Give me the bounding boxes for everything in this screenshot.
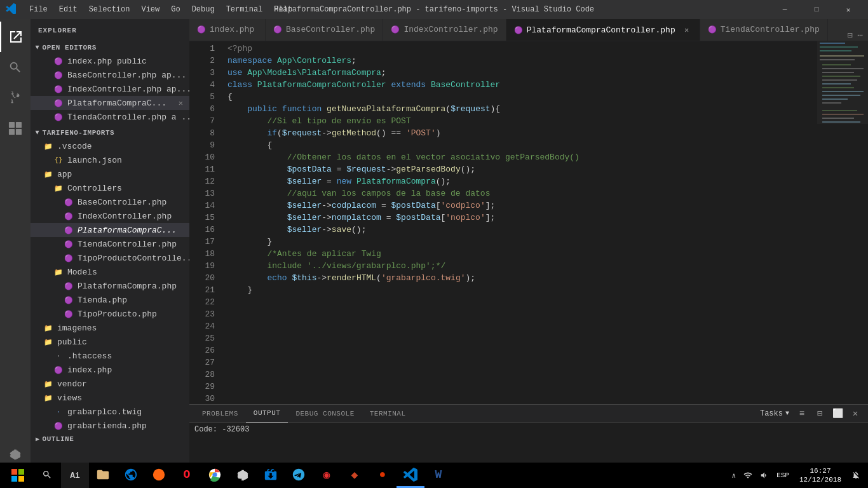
project-section[interactable]: ▶ TARIFENO-IMPORTS bbox=[31, 126, 189, 139]
activity-git[interactable] bbox=[0, 83, 31, 113]
open-editor-item[interactable]: 🟣TiendaController.php a ... bbox=[31, 110, 189, 124]
open-editor-item[interactable]: 🟣IndexController.php ap... bbox=[31, 82, 189, 96]
taskbar-app-word[interactable]: W bbox=[424, 463, 452, 488]
taskbar-app-fileexplorer[interactable] bbox=[89, 463, 117, 488]
tree-item-folder[interactable]: 📁views bbox=[31, 391, 189, 405]
panel-maximize[interactable]: ⬜ bbox=[830, 406, 845, 421]
json-icon: {} bbox=[53, 155, 64, 165]
tree-item-php[interactable]: 🟣grabartienda.php bbox=[31, 419, 189, 433]
tab-index[interactable]: 🟣 index.php bbox=[189, 19, 266, 41]
close-button[interactable]: ✕ bbox=[834, 0, 863, 19]
tree-item-php[interactable]: 🟣TipoProductoControlle... bbox=[31, 251, 189, 265]
panel-tab-terminal[interactable]: TERMINAL bbox=[362, 405, 414, 423]
tree-item-folder[interactable]: 📁public bbox=[31, 335, 189, 349]
tree-item-php[interactable]: 🟣PlataformaCompra.php bbox=[31, 279, 189, 293]
menu-selection[interactable]: Selection bbox=[84, 3, 135, 17]
tasks-selector[interactable]: Tasks ▼ bbox=[760, 409, 789, 418]
tree-item-php[interactable]: 🟣index.php bbox=[31, 363, 189, 377]
tree-item-folder[interactable]: 📁Models bbox=[31, 265, 189, 279]
activity-search[interactable] bbox=[0, 52, 31, 83]
taskbar: O ◉ ◆ ● W ∧ ESP 16:27 12/12/2018 Ai bbox=[0, 463, 868, 488]
tree-item-php[interactable]: 🟣PlataformaCompraC... bbox=[31, 223, 189, 237]
tree-item-folder[interactable]: 📁app bbox=[31, 167, 189, 181]
tray-network[interactable] bbox=[741, 463, 755, 488]
panel-tab-problems[interactable]: PROBLEMS bbox=[194, 405, 246, 423]
php-icon: 🟣 bbox=[708, 25, 717, 34]
tray-arrow[interactable]: ∧ bbox=[729, 463, 739, 488]
close-file-icon[interactable]: ✕ bbox=[177, 98, 184, 108]
tree-item-file[interactable]: ·.htaccess bbox=[31, 349, 189, 363]
tree-item-label: Controllers bbox=[67, 184, 122, 193]
menu-edit[interactable]: Edit bbox=[54, 3, 83, 17]
minimize-button[interactable]: ─ bbox=[770, 0, 799, 19]
tray-notification[interactable] bbox=[849, 463, 863, 488]
tree-item-php[interactable]: 🟣Tienda.php bbox=[31, 293, 189, 307]
svg-rect-0 bbox=[9, 122, 15, 128]
tree-item-php[interactable]: 🟣IndexController.php bbox=[31, 209, 189, 223]
open-editor-item[interactable]: 🟣PlataformaCompraC...✕ bbox=[31, 96, 189, 110]
open-editors-section[interactable]: ▶ Open Editors bbox=[31, 41, 189, 54]
maximize-button[interactable]: □ bbox=[802, 0, 831, 19]
tab-tienda[interactable]: 🟣 TiendaController.php bbox=[700, 19, 828, 41]
taskbar-search[interactable] bbox=[33, 463, 61, 488]
tray-language[interactable]: ESP bbox=[774, 463, 792, 488]
taskbar-app-red3[interactable]: ● bbox=[369, 463, 397, 488]
php-icon: 🟣 bbox=[391, 25, 400, 34]
menu-debug[interactable]: Debug bbox=[187, 3, 220, 17]
panel-close[interactable]: ✕ bbox=[848, 406, 863, 421]
activity-extensions[interactable] bbox=[0, 113, 31, 144]
menu-terminal[interactable]: Terminal bbox=[221, 3, 268, 17]
tray-volume[interactable] bbox=[757, 463, 771, 488]
panel-split[interactable]: ⊟ bbox=[812, 406, 827, 421]
taskbar-app-red1[interactable]: ◉ bbox=[313, 463, 341, 488]
panel-list-view[interactable]: ≡ bbox=[794, 406, 810, 421]
taskbar-app-chrome[interactable] bbox=[201, 463, 229, 488]
taskbar-app-vscode[interactable] bbox=[397, 463, 424, 488]
taskbar-app-telegram[interactable] bbox=[285, 463, 313, 488]
taskbar-app-opera[interactable]: O bbox=[173, 463, 201, 488]
tab-label-indexcontroller: IndexController.php bbox=[403, 25, 498, 34]
tab-indexcontroller[interactable]: 🟣 IndexController.php bbox=[383, 19, 506, 41]
tree-item-json[interactable]: {}launch.json bbox=[31, 153, 189, 167]
taskbar-app-store[interactable] bbox=[257, 463, 285, 488]
taskbar-app-edge[interactable] bbox=[117, 463, 145, 488]
titlebar-controls: ─ □ ✕ bbox=[770, 0, 863, 19]
folder-icon: 📁 bbox=[53, 267, 64, 277]
tab-close-button[interactable]: ✕ bbox=[682, 25, 692, 35]
tree-item-folder[interactable]: 📁vendor bbox=[31, 377, 189, 391]
system-clock[interactable]: 16:27 12/12/2018 bbox=[794, 466, 846, 485]
php-icon: 🟣 bbox=[64, 225, 74, 235]
activity-explorer[interactable] bbox=[0, 22, 31, 52]
outline-section[interactable]: ▶OUTLINE bbox=[31, 433, 189, 445]
editor-content[interactable]: 1234567891011121314151617181920212223242… bbox=[189, 41, 817, 404]
tree-item-folder[interactable]: 📁Controllers bbox=[31, 181, 189, 195]
menu-file[interactable]: File bbox=[24, 3, 53, 17]
menu-view[interactable]: View bbox=[136, 3, 165, 17]
tree-item-php[interactable]: 🟣TipoProducto.php bbox=[31, 307, 189, 321]
panel-tab-output[interactable]: OUTPUT bbox=[246, 405, 288, 423]
tree-item-php[interactable]: 🟣TiendaController.php bbox=[31, 237, 189, 251]
open-editor-item[interactable]: 🟣index.php public bbox=[31, 54, 189, 68]
tabbar: 🟣 index.php 🟣 BaseController.php 🟣 Index… bbox=[189, 19, 868, 41]
project-label: TARIFENO-IMPORTS bbox=[43, 129, 115, 137]
more-actions-icon[interactable]: ⋯ bbox=[858, 30, 863, 41]
tree-item-folder[interactable]: 📁.vscode bbox=[31, 139, 189, 153]
taskbar-start-button[interactable] bbox=[3, 463, 33, 488]
ai-badge[interactable]: Ai bbox=[61, 463, 89, 488]
taskbar-app-settings[interactable] bbox=[229, 463, 257, 488]
open-editor-item[interactable]: 🟣BaseController.php ap... bbox=[31, 68, 189, 82]
tree-item-php[interactable]: 🟣BaseController.php bbox=[31, 195, 189, 209]
open-editors-list: 🟣index.php public🟣BaseController.php ap.… bbox=[31, 54, 189, 124]
tree-item-twig[interactable]: ·grabarplco.twig bbox=[31, 405, 189, 419]
tree-item-label: app bbox=[57, 170, 72, 179]
tree-item-label: index.php bbox=[67, 365, 112, 375]
tree-item-folder[interactable]: 📁imagenes bbox=[31, 321, 189, 335]
taskbar-app-red2[interactable]: ◆ bbox=[341, 463, 369, 488]
panel-tab-debug[interactable]: DEBUG CONSOLE bbox=[288, 405, 362, 423]
menu-go[interactable]: Go bbox=[166, 3, 185, 17]
code-area[interactable]: <?phpnamespace App\Controllers;use App\M… bbox=[221, 41, 817, 404]
tab-basecontroller[interactable]: 🟣 BaseController.php bbox=[266, 19, 383, 41]
taskbar-app-firefox[interactable] bbox=[145, 463, 173, 488]
tab-plataforma[interactable]: 🟣 PlataformaCompraController.php ✕ bbox=[506, 19, 700, 41]
split-editor-icon[interactable]: ⊟ bbox=[847, 30, 852, 41]
